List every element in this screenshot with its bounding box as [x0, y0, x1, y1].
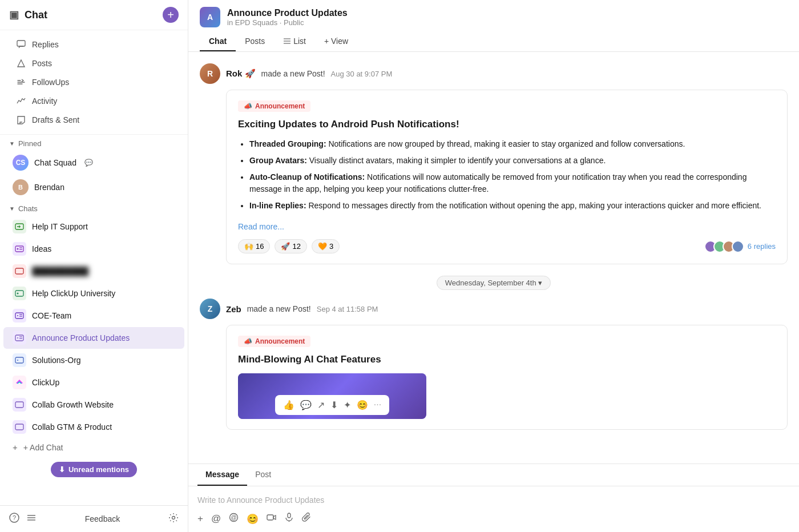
nav-drafts[interactable]: Drafts & Sent [5, 111, 183, 129]
reaction-count-0: 16 [256, 242, 264, 251]
chats-label: Chats [18, 204, 38, 213]
reaction-btn-heart[interactable]: 🧡 3 [312, 239, 340, 253]
sidebar-item-collab-growth[interactable]: Collab Growth Website [3, 394, 184, 416]
sidebar-item-ideas[interactable]: Ideas [3, 238, 184, 260]
list-icon[interactable] [26, 513, 37, 525]
sidebar-scrollable: ▼ Pinned CS Chat Squad 💬 B Brendan ▼ Cha… [0, 135, 188, 505]
ai-toolbar-icon-5[interactable]: ✦ [344, 400, 351, 410]
msg-tool-video[interactable] [267, 513, 276, 525]
sidebar-item-coe-team[interactable]: COE-Team [3, 305, 184, 327]
nav-replies[interactable]: Replies [5, 35, 183, 54]
sidebar-item-collab-gtm[interactable]: Collab GTM & Product [3, 416, 184, 438]
sidebar-item-chat-squad[interactable]: CS Chat Squad 💬 [3, 151, 184, 175]
drafts-icon [16, 115, 26, 125]
sidebar-item-label-brendan: Brendan [34, 183, 64, 192]
svg-text:?: ? [13, 514, 16, 521]
coe-team-icon [13, 309, 26, 323]
nav-followups-label: FollowUps [32, 78, 69, 87]
nav-activity-label: Activity [32, 96, 57, 106]
channel-tabs: Chat Posts List + View [200, 32, 788, 51]
msg-tool-at[interactable]: @ [211, 513, 221, 525]
svg-point-6 [17, 248, 19, 250]
announcement-icon-2: 📣 [244, 337, 252, 345]
followups-icon [16, 77, 26, 87]
tab-chat[interactable]: Chat [200, 32, 236, 51]
tab-list[interactable]: List [274, 32, 315, 51]
sidebar-item-label-help-clickup: Help ClickUp University [32, 289, 115, 298]
sidebar-item-brendan[interactable]: B Brendan [3, 175, 184, 199]
add-chat-button-sidebar[interactable]: + + Add Chat [3, 438, 184, 456]
sidebar-item-help-it-support[interactable]: Help IT Support [3, 216, 184, 237]
bullet-1-bold: Threaded Grouping: [249, 139, 326, 148]
nav-replies-label: Replies [32, 40, 59, 49]
nav-posts-label: Posts [32, 59, 52, 68]
ai-toolbar-icon-4[interactable]: ⬇ [330, 400, 338, 410]
svg-rect-22 [15, 402, 23, 408]
nav-posts[interactable]: Posts [5, 54, 183, 72]
tab-view[interactable]: + View [315, 32, 357, 51]
sidebar-item-clickup[interactable]: ClickUp [3, 372, 184, 393]
nav-activity[interactable]: Activity [5, 92, 183, 110]
sidebar-item-label-chat-squad: Chat Squad [34, 158, 76, 167]
reaction-btn-rocket[interactable]: 🚀 12 [275, 239, 306, 253]
msg-tool-plus[interactable]: + [197, 513, 203, 525]
svg-point-29 [172, 517, 175, 519]
svg-rect-5 [15, 246, 23, 252]
sidebar-item-help-clickup[interactable]: Help ClickUp University [3, 283, 184, 304]
date-divider: Wednesday, September 4th ▾ [200, 278, 788, 287]
posts-icon [16, 58, 26, 68]
sidebar-item-label-blurred: ██████████ [32, 267, 88, 276]
unread-mentions-badge[interactable]: ⬇ Unread mentions [51, 462, 137, 477]
nav-followups[interactable]: FollowUps [5, 73, 183, 91]
message-placeholder[interactable]: Write to Announce Product Updates [197, 493, 790, 510]
list-tab-icon [283, 37, 291, 45]
help-clickup-icon [13, 287, 26, 300]
chats-section-header[interactable]: ▼ Chats [0, 200, 188, 215]
input-tab-post[interactable]: Post [247, 464, 279, 486]
ai-toolbar-icon-7[interactable]: ··· [374, 400, 381, 410]
date-divider-label[interactable]: Wednesday, September 4th ▾ [437, 276, 551, 290]
input-tab-message[interactable]: Message [197, 464, 247, 486]
brendan-avatar: B [13, 179, 29, 195]
svg-rect-23 [15, 424, 23, 430]
post-card-1: 📣 Announcement Exciting Updates to Andro… [226, 90, 788, 264]
replies-icon [16, 39, 26, 50]
arrow-down-icon: ⬇ [59, 465, 65, 474]
ai-toolbar-icon-6[interactable]: 😊 [357, 400, 368, 410]
ai-toolbar-icon-3[interactable]: ↗ [317, 400, 325, 410]
message-meta-2: Z Zeb made a new Post! Sep 4 at 11:58 PM [200, 299, 788, 319]
messages-area: R Rok 🚀 made a new Post! Aug 30 at 9:07 … [188, 52, 799, 464]
svg-point-2 [17, 226, 18, 227]
sidebar-toggle-icon[interactable]: ▣ [9, 9, 19, 21]
msg-avatar-zeb: Z [200, 299, 220, 319]
settings-icon[interactable] [168, 513, 179, 525]
bullet-1-text: Notifications are now grouped by thread,… [326, 139, 685, 148]
bullet-1: Threaded Grouping: Notifications are now… [249, 138, 776, 150]
help-icon[interactable]: ? [9, 513, 19, 525]
feedback-button[interactable]: Feedback [85, 514, 120, 523]
msg-tool-attach[interactable]: @ [229, 513, 239, 525]
sidebar-item-solutions-org[interactable]: Solutions-Org [3, 349, 184, 371]
pinned-section-header[interactable]: ▼ Pinned [0, 135, 188, 150]
add-chat-button[interactable]: + [163, 7, 179, 23]
channel-title-row: A Announce Product Updates in EPD Squads… [200, 7, 788, 27]
reaction-btn-celebrate[interactable]: 🙌 16 [238, 239, 270, 253]
main-content: A Announce Product Updates in EPD Squads… [188, 0, 799, 532]
msg-tool-emoji[interactable]: 😊 [247, 513, 259, 525]
read-more-link[interactable]: Read more... [238, 222, 284, 231]
msg-tool-clip[interactable] [302, 513, 312, 525]
svg-rect-16 [15, 335, 23, 341]
ideas-icon [13, 242, 26, 256]
sidebar: ▣ Chat + Replies Posts FollowUps [0, 0, 188, 532]
sidebar-header: ▣ Chat + [0, 0, 188, 30]
ai-toolbar-icon-2[interactable]: 💬 [300, 400, 312, 410]
message-input-area: Message Post Write to Announce Product U… [188, 464, 799, 532]
sidebar-item-blurred[interactable]: ██████████ [3, 260, 184, 282]
activity-icon [16, 96, 26, 106]
add-chat-label: + Add Chat [23, 443, 63, 452]
ai-toolbar-icon-1[interactable]: 👍 [283, 400, 294, 410]
tab-posts[interactable]: Posts [236, 32, 274, 51]
msg-tool-mic[interactable] [284, 513, 294, 525]
sidebar-item-announce-product-updates[interactable]: Announce Product Updates [3, 327, 184, 349]
replies-count[interactable]: 6 replies [748, 242, 776, 251]
